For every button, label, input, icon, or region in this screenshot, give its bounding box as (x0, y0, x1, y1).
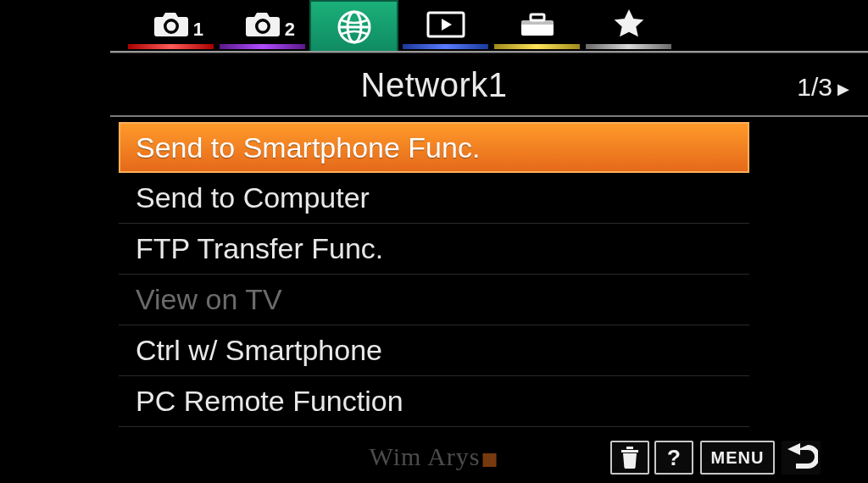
help-label: ? (667, 445, 681, 471)
camera-menu-screen: 1 2 (0, 0, 868, 483)
menu-item-label: FTP Transfer Func. (136, 232, 383, 265)
menu-button-label: MENU (711, 448, 765, 468)
tab-playback[interactable] (401, 0, 490, 49)
star-icon (611, 8, 647, 42)
playback-icon (426, 10, 466, 39)
tab-camera-2[interactable]: 2 (218, 0, 307, 49)
menu-list: Send to Smartphone Func. Send to Compute… (119, 122, 749, 427)
tab-toolbox[interactable] (492, 0, 581, 49)
menu-item-ftp-transfer[interactable]: FTP Transfer Func. (119, 224, 749, 275)
menu-item-label: Send to Computer (136, 181, 370, 214)
menu-item-ctrl-smartphone[interactable]: Ctrl w/ Smartphone (119, 325, 749, 376)
page-counter: 1/3 (797, 73, 832, 102)
menu-item-pc-remote[interactable]: PC Remote Function (119, 376, 749, 427)
svg-rect-6 (531, 14, 544, 20)
menu-item-label: View on TV (136, 283, 282, 316)
tab-camera-1[interactable]: 1 (126, 0, 215, 49)
menu-item-label: Ctrl w/ Smartphone (136, 334, 382, 367)
footer-bar: ? MENU (0, 432, 868, 483)
camera-icon (152, 10, 191, 39)
menu-item-label: PC Remote Function (136, 385, 403, 418)
trash-icon (620, 447, 639, 469)
title-row: Network1 1/3 ▶ (0, 66, 868, 115)
back-arrow-icon (784, 441, 818, 474)
menu-item-label: Send to Smartphone Func. (136, 131, 480, 164)
globe-icon (336, 8, 373, 46)
tab-favorites[interactable] (584, 0, 673, 49)
tab-badge-1: 1 (193, 19, 203, 41)
back-button[interactable] (782, 441, 821, 475)
page-next-indicator[interactable]: ▶ (837, 80, 849, 98)
camera-icon (243, 10, 282, 39)
page-title: Network1 (361, 66, 508, 104)
menu-item-send-to-smartphone[interactable]: Send to Smartphone Func. (119, 122, 749, 173)
toolbox-icon (518, 10, 557, 39)
tab-badge-2: 2 (285, 19, 295, 41)
menu-button[interactable]: MENU (700, 441, 775, 475)
help-button[interactable]: ? (654, 441, 693, 475)
tab-network[interactable] (309, 0, 398, 53)
delete-button[interactable] (610, 441, 649, 475)
menu-item-view-on-tv: View on TV (119, 275, 749, 325)
menu-item-send-to-computer[interactable]: Send to Computer (119, 173, 749, 224)
top-tab-bar: 1 2 (0, 0, 868, 61)
